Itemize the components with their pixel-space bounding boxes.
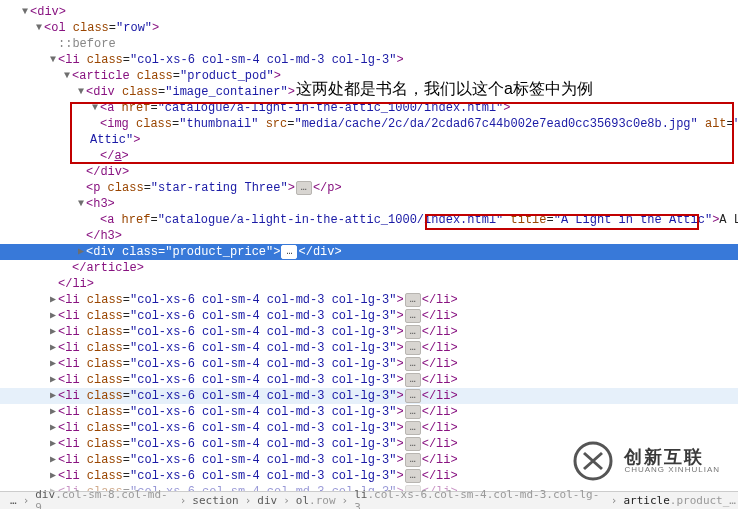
src-value: media/cache/2c/da/2cdad67c44b002e7ead0cc… — [302, 117, 691, 131]
logo-text-cn: 创新互联 — [624, 448, 720, 466]
collapsed-icon[interactable]: … — [405, 309, 421, 323]
node-a-title[interactable]: <a href="catalogue/a-light-in-the-attic_… — [0, 212, 738, 228]
collapsed-icon[interactable]: … — [296, 181, 312, 195]
node-li[interactable]: <li class="col-xs-6 col-sm-4 col-md-3 co… — [0, 324, 738, 340]
node-a-close[interactable]: </a> — [0, 148, 738, 164]
crumb-ol[interactable]: ol.row — [294, 494, 338, 507]
breadcrumb[interactable]: … div.col-sm-8.col-md-9 section div ol.r… — [0, 491, 738, 509]
node-li[interactable]: <li class="col-xs-6 col-sm-4 col-md-3 co… — [0, 52, 738, 68]
toggle-icon[interactable] — [76, 84, 86, 100]
collapsed-icon[interactable]: … — [405, 453, 421, 467]
node-h3[interactable]: <h3> — [0, 196, 738, 212]
collapsed-icon[interactable]: … — [405, 357, 421, 371]
toggle-icon[interactable] — [48, 308, 58, 324]
crumb-div[interactable]: div — [255, 494, 279, 507]
toggle-icon[interactable] — [48, 292, 58, 308]
node-li[interactable]: <li class="col-xs-6 col-sm-4 col-md-3 co… — [0, 340, 738, 356]
toggle-icon[interactable] — [34, 20, 44, 36]
node-li[interactable]: <li class="col-xs-6 col-sm-4 col-md-3 co… — [0, 308, 738, 324]
node-ol[interactable]: <ol class="row"> — [0, 20, 738, 36]
crumb-ellipsis[interactable]: … — [8, 494, 19, 507]
toggle-icon[interactable] — [48, 324, 58, 340]
class-value: row — [123, 21, 145, 35]
toggle-icon[interactable] — [62, 68, 72, 84]
node-div-close[interactable]: </div> — [0, 164, 738, 180]
href-value: catalogue/a-light-in-the-attic_1000/inde… — [165, 101, 496, 115]
pseudo-before: ::before — [0, 36, 738, 52]
toggle-icon[interactable] — [48, 340, 58, 356]
logo-text-en: CHUANG XINHULIAN — [624, 466, 720, 474]
toggle-icon[interactable] — [76, 196, 86, 212]
collapsed-icon[interactable]: … — [405, 373, 421, 387]
node-product-price[interactable]: <div class="product_price">…</div> — [0, 244, 738, 260]
link-text: A Light in the … — [719, 213, 738, 227]
class-value: product_price — [172, 245, 266, 259]
toggle-icon[interactable] — [48, 356, 58, 372]
dom-tree: <div> <ol class="row"> ::before <li clas… — [0, 0, 738, 500]
title-value: A Light in the Attic — [561, 213, 705, 227]
crumb-article[interactable]: article.product_… — [621, 494, 738, 507]
node-li-close[interactable]: </li> — [0, 276, 738, 292]
class-value: image_container — [172, 85, 280, 99]
node-li[interactable]: <li class="col-xs-6 col-sm-4 col-md-3 co… — [0, 404, 738, 420]
toggle-icon[interactable] — [48, 404, 58, 420]
toggle-icon[interactable] — [48, 452, 58, 468]
toggle-icon[interactable] — [76, 244, 86, 260]
node-li[interactable]: <li class="col-xs-6 col-sm-4 col-md-3 co… — [0, 420, 738, 436]
toggle-icon[interactable] — [48, 420, 58, 436]
node-a-img[interactable]: <a href="catalogue/a-light-in-the-attic_… — [0, 100, 738, 116]
crumb-div[interactable]: div.col-sm-8.col-md-9 — [33, 488, 175, 510]
node-img-cont: Attic"> — [0, 132, 738, 148]
collapsed-icon[interactable]: … — [405, 325, 421, 339]
crumb-section[interactable]: section — [190, 494, 240, 507]
node-li[interactable]: <li class="col-xs-6 col-sm-4 col-md-3 co… — [0, 372, 738, 388]
class-value: star-rating Three — [158, 181, 280, 195]
collapsed-icon[interactable]: … — [281, 245, 297, 259]
toggle-icon[interactable] — [48, 372, 58, 388]
collapsed-icon[interactable]: … — [405, 389, 421, 403]
collapsed-icon[interactable]: … — [405, 421, 421, 435]
collapsed-icon[interactable]: … — [405, 437, 421, 451]
collapsed-icon[interactable]: … — [405, 341, 421, 355]
collapsed-icon[interactable]: … — [405, 293, 421, 307]
node-div[interactable]: <div> — [0, 4, 738, 20]
toggle-icon[interactable] — [48, 388, 58, 404]
class-value: thumbnail — [186, 117, 251, 131]
node-li[interactable]: <li class="col-xs-6 col-sm-4 col-md-3 co… — [0, 356, 738, 372]
node-h3-close[interactable]: </h3> — [0, 228, 738, 244]
class-value: product_pod — [187, 69, 266, 83]
toggle-icon[interactable] — [48, 52, 58, 68]
watermark-logo: 创新互联 CHUANG XINHULIAN — [564, 437, 726, 485]
logo-icon — [570, 441, 616, 481]
crumb-li[interactable]: li.col-xs-6.col-sm-4.col-md-3.col-lg-3 — [352, 488, 607, 510]
node-p-rating[interactable]: <p class="star-rating Three">…</p> — [0, 180, 738, 196]
toggle-icon[interactable] — [20, 4, 30, 20]
annotation-text: 这两处都是书名，我们以这个a标签中为例 — [296, 79, 593, 100]
node-li[interactable]: <li class="col-xs-6 col-sm-4 col-md-3 co… — [0, 388, 738, 404]
class-value: col-xs-6 col-sm-4 col-md-3 col-lg-3 — [137, 53, 389, 67]
toggle-icon[interactable] — [48, 436, 58, 452]
href-value: catalogue/a-light-in-the-attic_1000/inde… — [165, 213, 496, 227]
toggle-icon[interactable] — [48, 468, 58, 484]
node-article-close[interactable]: </article> — [0, 260, 738, 276]
node-img[interactable]: <img class="thumbnail" src="media/cache/… — [0, 116, 738, 132]
node-li[interactable]: <li class="col-xs-6 col-sm-4 col-md-3 co… — [0, 292, 738, 308]
collapsed-icon[interactable]: … — [405, 405, 421, 419]
collapsed-icon[interactable]: … — [405, 469, 421, 483]
toggle-icon[interactable] — [90, 100, 100, 116]
